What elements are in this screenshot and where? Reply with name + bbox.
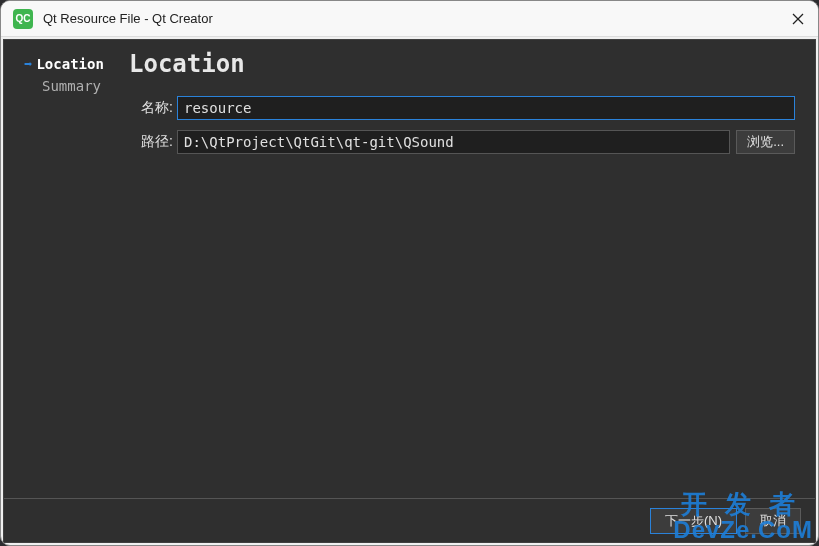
next-button[interactable]: 下一步(N)	[650, 508, 737, 534]
form-row-path: 路径: 浏览...	[129, 130, 795, 154]
sidebar-item-location[interactable]: ➡ Location	[24, 56, 119, 72]
sidebar-item-label: Summary	[42, 78, 101, 94]
titlebar: QC Qt Resource File - Qt Creator	[1, 1, 818, 37]
wizard-sidebar: ➡ Location Summary	[4, 40, 129, 498]
sidebar-item-label: Location	[36, 56, 103, 72]
sidebar-item-summary[interactable]: Summary	[24, 78, 119, 94]
path-input[interactable]	[177, 130, 730, 154]
arrow-right-icon: ➡	[24, 56, 32, 72]
path-label: 路径:	[129, 133, 173, 151]
close-icon	[792, 13, 804, 25]
name-input[interactable]	[177, 96, 795, 120]
main-body: ➡ Location Summary Location 名称: 路径: 浏览	[4, 40, 815, 498]
main-panel: Location 名称: 路径: 浏览...	[129, 40, 815, 498]
page-heading: Location	[129, 50, 795, 78]
close-button[interactable]	[778, 1, 818, 37]
wizard-window: QC Qt Resource File - Qt Creator ➡ Locat…	[0, 0, 819, 546]
name-label: 名称:	[129, 99, 173, 117]
window-title: Qt Resource File - Qt Creator	[43, 11, 778, 26]
browse-button[interactable]: 浏览...	[736, 130, 795, 154]
content-area: ➡ Location Summary Location 名称: 路径: 浏览	[3, 39, 816, 543]
form-row-name: 名称:	[129, 96, 795, 120]
cancel-button[interactable]: 取消	[745, 508, 801, 534]
wizard-footer: 下一步(N) 取消	[4, 498, 815, 542]
app-icon: QC	[13, 9, 33, 29]
